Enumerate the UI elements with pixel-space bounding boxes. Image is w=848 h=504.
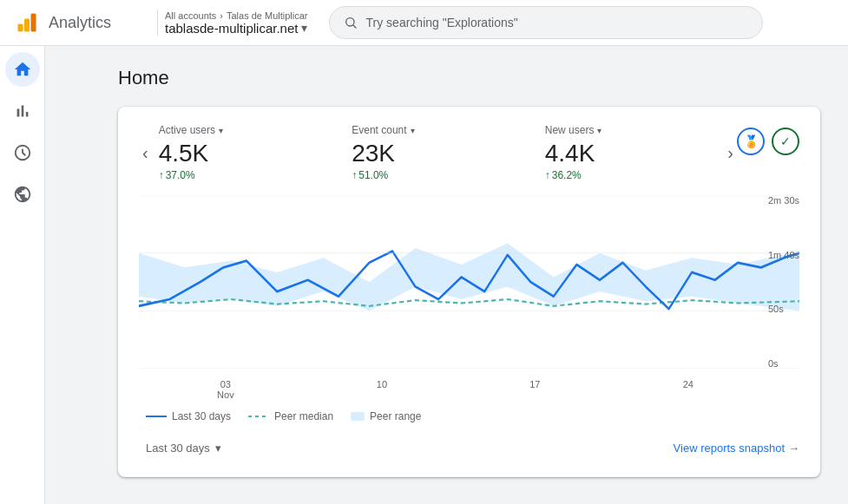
x-label-10: 10: [377, 379, 387, 400]
check-badge: ✓: [772, 128, 799, 155]
metric-event-count-chevron[interactable]: ▾: [411, 126, 415, 135]
ga-logo-icon: [14, 10, 40, 36]
metric-active-users: Active users ▾ 4.5K 37.0%: [152, 124, 339, 181]
x-label-24: 24: [683, 379, 694, 400]
legend-dashed-line: [248, 416, 269, 417]
x-axis-labels: 03 Nov 10 17 24: [146, 376, 765, 400]
metric-event-count: Event count ▾ 23K 51.0%: [338, 124, 531, 181]
property-selector[interactable]: tablasde-multiplicar.net ▾: [165, 21, 308, 36]
topbar: Analytics All accounts › Talas de Multip…: [0, 0, 848, 46]
nav-explore[interactable]: [5, 135, 40, 170]
nav-home[interactable]: [5, 52, 40, 87]
metric-new-users-chevron[interactable]: ▾: [597, 126, 601, 135]
svg-rect-2: [31, 14, 36, 32]
metric-badges: 🏅 ✓: [737, 124, 799, 155]
metrics-prev-button[interactable]: ‹: [139, 143, 152, 163]
metric-new-users-change: 36.2%: [545, 169, 711, 181]
x-label-17: 17: [529, 379, 540, 400]
medal-badge: 🏅: [737, 128, 765, 155]
metric-event-count-change: 51.0%: [352, 169, 517, 181]
account-info: All accounts › Talas de Multiplicar tabl…: [165, 10, 308, 36]
logo-area: Analytics: [14, 10, 150, 36]
metric-event-count-value: 23K: [352, 140, 517, 167]
search-placeholder: Try searching "Explorations": [366, 16, 518, 29]
metric-active-users-value: 4.5K: [159, 140, 325, 167]
main-content: Home ‹ Active users ▾ 4.5K 37.0%: [90, 46, 848, 504]
view-reports-button[interactable]: View reports snapshot →: [674, 442, 799, 455]
svg-rect-0: [18, 24, 23, 32]
legend-peer-range: Peer range: [351, 410, 421, 422]
home-card: ‹ Active users ▾ 4.5K 37.0%: [118, 107, 820, 477]
search-icon: [344, 16, 358, 29]
svg-line-4: [353, 25, 356, 28]
breadcrumb: All accounts › Talas de Multiplicar: [165, 10, 308, 21]
legend-range-box: [351, 412, 365, 421]
chart-legend: Last 30 days Peer median Peer range: [146, 410, 799, 422]
card-footer: Last 30 days ▾ View reports snapshot →: [139, 436, 799, 460]
metric-new-users: New users ▾ 4.4K 36.2%: [531, 124, 725, 181]
topbar-divider: [157, 10, 158, 36]
svg-rect-1: [24, 19, 30, 32]
metric-event-count-label: Event count ▾: [352, 124, 517, 136]
legend-last30: Last 30 days: [146, 410, 231, 422]
search-bar[interactable]: Try searching "Explorations": [329, 6, 763, 39]
property-dropdown-icon: ▾: [301, 21, 307, 35]
metrics-container: Active users ▾ 4.5K 37.0% Event count ▾: [152, 124, 725, 181]
arrow-right-icon: →: [788, 442, 799, 455]
date-range-chevron-icon: ▾: [215, 442, 221, 455]
page-title: Home: [118, 67, 820, 89]
logo-text: Analytics: [49, 14, 111, 32]
metrics-next-button[interactable]: ›: [724, 143, 737, 163]
metrics-row: ‹ Active users ▾ 4.5K 37.0%: [139, 124, 799, 181]
date-range-button[interactable]: Last 30 days ▾: [139, 436, 228, 460]
metric-active-users-chevron[interactable]: ▾: [219, 126, 223, 135]
metric-active-users-label: Active users ▾: [159, 124, 325, 136]
legend-solid-line: [146, 416, 167, 417]
nav-rail: [0, 0, 45, 504]
y-axis-labels: 2m 30s 1m 40s 50s 0s: [768, 195, 799, 369]
chart-svg: [139, 195, 799, 369]
nav-advertising[interactable]: [5, 177, 40, 212]
metric-new-users-label: New users ▾: [545, 124, 711, 136]
metric-active-users-change: 37.0%: [159, 169, 325, 181]
x-label-03: 03 Nov: [217, 379, 234, 400]
metric-new-users-value: 4.4K: [545, 140, 711, 167]
nav-reports[interactable]: [5, 94, 40, 128]
legend-peer-median: Peer median: [248, 410, 333, 422]
chart-area: 2m 30s 1m 40s 50s 0s: [139, 195, 799, 369]
